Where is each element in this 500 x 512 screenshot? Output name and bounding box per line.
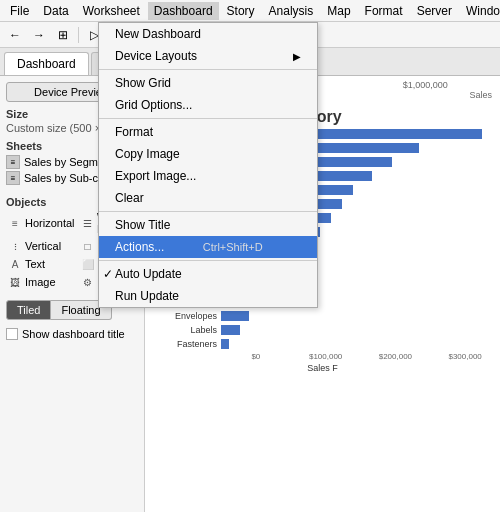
menu-separator [99, 211, 317, 212]
menu-item-label: Format [115, 125, 153, 139]
menu-separator [99, 69, 317, 70]
menu-item-label: Grid Options... [115, 98, 192, 112]
menu-item-label: Copy Image [115, 147, 180, 161]
menu-item-label: Show Grid [115, 76, 171, 90]
menu-separator [99, 118, 317, 119]
menu-item-auto-update[interactable]: ✓Auto Update [99, 263, 317, 285]
menu-item-show-title[interactable]: Show Title [99, 214, 317, 236]
menu-item-grid-options---[interactable]: Grid Options... [99, 94, 317, 116]
menu-item-run-update[interactable]: Run Update [99, 285, 317, 307]
menu-item-label: New Dashboard [115, 27, 201, 41]
submenu-arrow-icon: ▶ [293, 51, 301, 62]
menu-item-label: Actions... [115, 240, 164, 254]
menu-item-label: Clear [115, 191, 144, 205]
menu-item-new-dashboard[interactable]: New Dashboard [99, 23, 317, 45]
shortcut-label: Ctrl+Shift+D [203, 241, 263, 253]
dropdown-menu: New DashboardDevice Layouts▶Show GridGri… [98, 22, 318, 308]
menu-item-label: Device Layouts [115, 49, 197, 63]
menu-item-label: Run Update [115, 289, 179, 303]
menu-item-copy-image[interactable]: Copy Image [99, 143, 317, 165]
menu-item-clear[interactable]: Clear [99, 187, 317, 209]
menu-item-show-grid[interactable]: Show Grid [99, 72, 317, 94]
menu-item-label: Show Title [115, 218, 170, 232]
menu-item-label: Export Image... [115, 169, 196, 183]
menu-item-actions---[interactable]: Actions...Ctrl+Shift+D [99, 236, 317, 258]
menu-item-export-image---[interactable]: Export Image... [99, 165, 317, 187]
menu-item-format[interactable]: Format [99, 121, 317, 143]
dropdown-overlay: New DashboardDevice Layouts▶Show GridGri… [0, 0, 500, 512]
menu-separator [99, 260, 317, 261]
check-icon: ✓ [103, 267, 113, 281]
menu-item-label: Auto Update [115, 267, 182, 281]
menu-item-device-layouts[interactable]: Device Layouts▶ [99, 45, 317, 67]
